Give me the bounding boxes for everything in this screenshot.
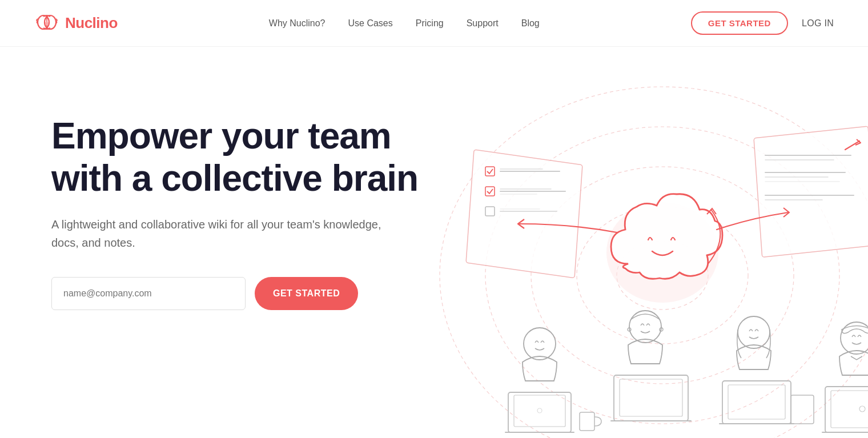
site-header: Nuclino Why Nuclino? Use Cases Pricing S…: [0, 0, 868, 47]
svg-rect-32: [514, 395, 565, 427]
svg-rect-39: [614, 375, 688, 421]
hero-subheadline: A lightweight and collaborative wiki for…: [51, 215, 394, 252]
logo[interactable]: Nuclino: [34, 11, 118, 36]
email-input[interactable]: [51, 277, 246, 310]
svg-rect-44: [728, 385, 785, 419]
header-login-button[interactable]: LOG IN: [802, 18, 834, 29]
logo-text: Nuclino: [65, 14, 118, 32]
nav-pricing[interactable]: Pricing: [416, 18, 444, 29]
svg-point-3: [45, 22, 49, 25]
header-actions: GET STARTED LOG IN: [691, 11, 834, 35]
header-get-started-button[interactable]: GET STARTED: [691, 11, 788, 35]
brain-icon: [34, 11, 59, 36]
hero-headline: Empower your team with a collective brai…: [51, 115, 428, 199]
svg-point-30: [524, 328, 556, 360]
hero-text-area: Empower your team with a collective brai…: [51, 81, 428, 310]
svg-point-42: [738, 316, 770, 348]
hero-illustration: [428, 81, 834, 438]
svg-rect-43: [722, 381, 791, 424]
svg-point-36: [629, 311, 661, 343]
hero-get-started-button[interactable]: GET STARTED: [255, 277, 358, 310]
svg-point-50: [859, 406, 865, 412]
nav-why-nuclino[interactable]: Why Nuclino?: [269, 18, 326, 29]
svg-rect-48: [825, 387, 868, 432]
svg-rect-35: [580, 412, 594, 431]
nav-use-cases[interactable]: Use Cases: [348, 18, 393, 29]
nav-support[interactable]: Support: [467, 18, 499, 29]
nav-blog[interactable]: Blog: [521, 18, 540, 29]
main-nav: Why Nuclino? Use Cases Pricing Support B…: [269, 18, 540, 29]
svg-rect-49: [831, 391, 868, 428]
hero-illustration-svg: [428, 64, 868, 438]
svg-rect-40: [620, 379, 682, 416]
svg-rect-46: [791, 395, 814, 424]
hero-section: Empower your team with a collective brai…: [0, 47, 868, 438]
svg-point-33: [537, 408, 542, 413]
cta-area: GET STARTED: [51, 277, 428, 310]
